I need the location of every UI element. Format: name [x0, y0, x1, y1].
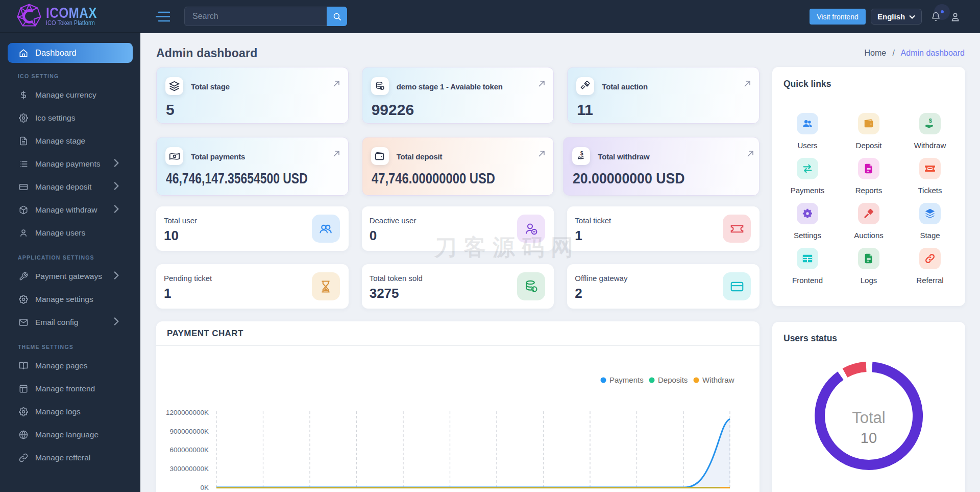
svg-text:$: $ — [580, 151, 583, 156]
svg-text:900000000K: 900000000K — [169, 428, 209, 435]
svg-text:Payments: Payments — [609, 376, 644, 384]
svg-text:10: 10 — [861, 430, 877, 446]
svg-text:0K: 0K — [200, 484, 209, 491]
svg-text:Withdraw: Withdraw — [702, 376, 734, 384]
svg-text:1200000000K: 1200000000K — [166, 409, 209, 416]
svg-text:300000000K: 300000000K — [169, 465, 209, 473]
svg-text:Total: Total — [852, 409, 885, 427]
svg-text:$: $ — [929, 118, 932, 124]
svg-text:Deposits: Deposits — [658, 376, 688, 384]
svg-text:600000000K: 600000000K — [169, 446, 209, 454]
